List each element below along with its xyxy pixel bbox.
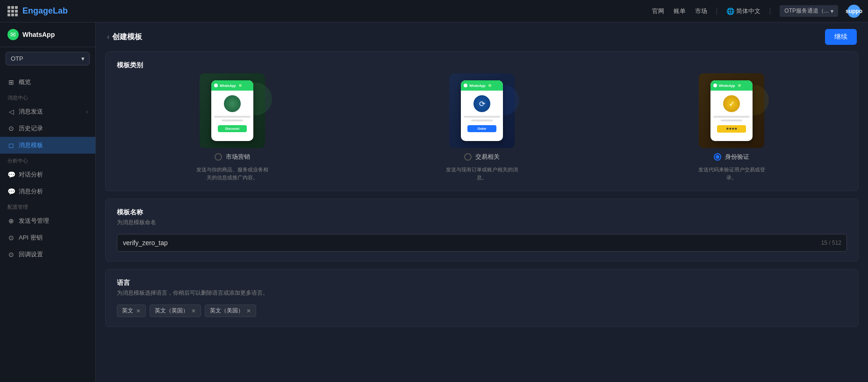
- template-name-section: 模板名称 为消息模板命名 15 / 512: [105, 198, 859, 262]
- top-nav: EngageLab 官网 账单 市场 🌐 简体中文 OTP服务通道（... ▾ …: [0, 0, 868, 22]
- status-dot3: [713, 84, 717, 87]
- sidebar-label-api: API 密钥: [19, 233, 43, 242]
- template-card-transaction: WhatsApp ⟳ Order: [366, 73, 597, 181]
- online-dot2: [488, 84, 491, 87]
- order-btn: Order: [467, 125, 496, 132]
- otp-dropdown[interactable]: OTP ▾: [6, 52, 90, 65]
- section-messages: 消息中心: [0, 91, 95, 103]
- auth-card-image: WhatsApp ✓ ★★★★: [699, 73, 764, 148]
- language-selector[interactable]: 🌐 简体中文: [726, 7, 760, 15]
- auth-radio[interactable]: [714, 153, 721, 161]
- lang-tag-en[interactable]: 英文 ✕: [117, 304, 146, 317]
- status-dot2: [464, 84, 467, 87]
- char-count: 15 / 512: [821, 240, 841, 246]
- template-icon: ◻: [7, 141, 15, 149]
- sidebar-header: ✉ WhatsApp: [0, 22, 95, 47]
- marketing-card-image: WhatsApp Discount: [200, 73, 265, 148]
- nav-links: 官网 账单 市场 🌐 简体中文 OTP服务通道（... ▾ suppo: [652, 5, 861, 18]
- transaction-radio-row[interactable]: 交易相关: [464, 153, 500, 161]
- history-icon: ⊙: [7, 125, 15, 132]
- status-dot: [214, 84, 218, 87]
- back-arrow-icon[interactable]: ‹: [107, 33, 109, 41]
- sidebar-label-conv: 对话分析: [19, 170, 43, 179]
- lang-section-title: 语言: [117, 279, 847, 287]
- avatar[interactable]: suppo: [847, 5, 861, 18]
- sidebar-item-template[interactable]: ◻ 消息模板: [0, 137, 95, 154]
- sidebar-item-sender[interactable]: ⊕ 发送号管理: [0, 212, 95, 229]
- auth-phone-body: ✓ ★★★★: [710, 91, 753, 135]
- sender-icon: ⊕: [7, 217, 15, 225]
- language-section: 语言 为消息模板选择语言，你稍后可以删除语言或添加更多语言。 英文 ✕ 英文（英…: [105, 269, 859, 327]
- breadcrumb: ‹ 创建模板: [107, 32, 142, 42]
- nav-link-billing[interactable]: 账单: [674, 7, 686, 15]
- sidebar-item-msg-analytics[interactable]: 💬 消息分析: [0, 183, 95, 200]
- lang-tag-en-gb-close[interactable]: ✕: [191, 308, 196, 314]
- template-name-input[interactable]: [117, 234, 847, 252]
- sidebar-label-history: 历史记录: [19, 124, 43, 133]
- globe-icon: 🌐: [726, 7, 734, 15]
- lang-tag-en-us-label: 英文（美国）: [210, 307, 244, 315]
- lang-tag-en-gb-label: 英文（英国）: [155, 307, 188, 315]
- transaction-phone: WhatsApp ⟳ Order: [461, 80, 503, 141]
- chevron-right-icon: ›: [86, 109, 88, 114]
- phone-line1: [214, 116, 251, 118]
- callback-icon: ⊙: [7, 251, 15, 258]
- online-dot3: [738, 84, 741, 87]
- nav-link-market[interactable]: 市场: [695, 7, 707, 15]
- sidebar-nav: ⊞ 概览 消息中心 ◁ 消息发送 › ⊙ 历史记录 ◻ 消息模板 分析中心 💬 …: [0, 70, 95, 267]
- transaction-card-image: WhatsApp ⟳ Order: [449, 73, 515, 148]
- marketing-circle: [224, 95, 241, 112]
- phone-line3: [464, 116, 500, 118]
- transaction-phone-body: ⟳ Order: [461, 91, 503, 135]
- logo-area: EngageLab: [7, 6, 68, 16]
- send-icon: ◁: [7, 108, 15, 115]
- otp-label: OTP: [11, 55, 23, 62]
- language-label: 简体中文: [736, 7, 760, 15]
- divider2: [770, 7, 770, 15]
- phone-line5: [713, 116, 750, 118]
- whatsapp-label-phone3: WhatsApp: [719, 84, 735, 87]
- lang-tag-en-us-close[interactable]: ✕: [246, 308, 251, 314]
- sidebar-item-overview[interactable]: ⊞ 概览: [0, 74, 95, 91]
- overview-icon: ⊞: [7, 78, 15, 86]
- lang-tag-en-close[interactable]: ✕: [136, 308, 141, 314]
- sidebar-item-api[interactable]: ⊙ API 密钥: [0, 229, 95, 246]
- auth-phone: WhatsApp ✓ ★★★★: [710, 80, 753, 141]
- service-selector[interactable]: OTP服务通道（... ▾: [780, 5, 838, 17]
- sidebar-label-callback: 回调设置: [19, 250, 43, 259]
- name-section-title: 模板名称: [117, 208, 847, 217]
- sidebar-item-history[interactable]: ⊙ 历史记录: [0, 120, 95, 137]
- sidebar-item-send[interactable]: ◁ 消息发送 ›: [0, 103, 95, 120]
- whatsapp-label-phone: WhatsApp: [220, 84, 236, 87]
- continue-button[interactable]: 继续: [825, 29, 857, 45]
- whatsapp-icon: ✉: [7, 29, 19, 40]
- transaction-circle: ⟳: [473, 95, 490, 112]
- app-grid-icon[interactable]: [7, 6, 18, 16]
- chevron-down-icon: ▾: [831, 8, 833, 14]
- sidebar-item-conv-analytics[interactable]: 💬 对话分析: [0, 166, 95, 183]
- sidebar-label-sender: 发送号管理: [19, 217, 49, 225]
- template-cards-container: WhatsApp Discount: [117, 73, 847, 181]
- name-section-subtitle: 为消息模板命名: [117, 219, 847, 226]
- lang-tag-en-gb[interactable]: 英文（英国） ✕: [150, 304, 201, 317]
- lang-tag-en-us[interactable]: 英文（美国） ✕: [205, 304, 256, 317]
- auth-radio-row[interactable]: 身份验证: [714, 153, 749, 161]
- main-content: ‹ 创建模板 继续 模板类别 WhatsApp: [96, 22, 868, 382]
- marketing-radio[interactable]: [215, 153, 222, 161]
- whatsapp-label-phone2: WhatsApp: [469, 84, 486, 87]
- sidebar: ✉ WhatsApp OTP ▾ ⊞ 概览 消息中心 ◁ 消息发送 › ⊙ 历史…: [0, 22, 96, 382]
- dropdown-arrow-icon: ▾: [81, 55, 85, 62]
- page-title: 创建模板: [112, 32, 142, 42]
- transaction-radio[interactable]: [464, 153, 472, 161]
- divider: [717, 7, 717, 15]
- marketing-phone: WhatsApp Discount: [211, 80, 253, 141]
- auth-label: 身份验证: [725, 153, 749, 161]
- template-category-section: 模板类别 WhatsApp: [105, 51, 859, 191]
- marketing-phone-body: Discount: [211, 91, 253, 135]
- sidebar-label-send: 消息发送: [19, 107, 43, 116]
- marketing-radio-row[interactable]: 市场营销: [215, 153, 250, 161]
- nav-link-official[interactable]: 官网: [652, 7, 664, 15]
- content-header: ‹ 创建模板 继续: [96, 22, 868, 51]
- lang-section-subtitle: 为消息模板选择语言，你稍后可以删除语言或添加更多语言。: [117, 289, 847, 297]
- sidebar-item-callback[interactable]: ⊙ 回调设置: [0, 246, 95, 263]
